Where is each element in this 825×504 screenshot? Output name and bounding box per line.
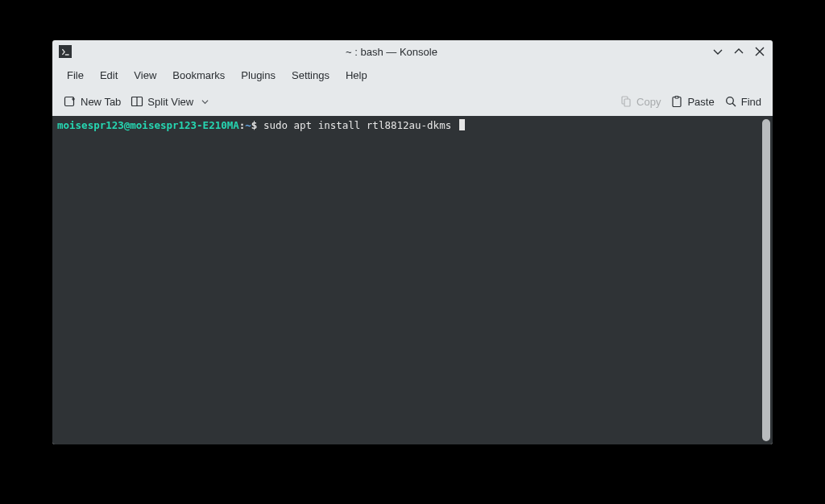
menu-settings[interactable]: Settings xyxy=(284,65,338,85)
chevron-down-icon xyxy=(201,98,209,105)
svg-rect-3 xyxy=(65,97,74,106)
new-tab-icon xyxy=(64,95,77,108)
prompt-symbol: $ xyxy=(251,119,258,131)
split-view-label: Split View xyxy=(147,96,193,108)
paste-label: Paste xyxy=(687,96,714,108)
close-button[interactable] xyxy=(753,45,766,58)
menubar: File Edit View Bookmarks Plugins Setting… xyxy=(52,63,773,87)
prompt-user-host: moisespr123@moisespr123-E210MA xyxy=(57,119,239,131)
prompt-path: ~ xyxy=(245,119,251,131)
titlebar[interactable]: ~ : bash — Konsole xyxy=(52,40,773,63)
paste-button[interactable]: Paste xyxy=(665,92,719,111)
split-view-icon xyxy=(131,95,143,108)
terminal[interactable]: moisespr123@moisespr123-E210MA:~$ sudo a… xyxy=(52,116,762,444)
svg-rect-9 xyxy=(624,99,630,106)
svg-point-12 xyxy=(726,97,733,105)
window-controls xyxy=(711,45,766,58)
scrollbar[interactable] xyxy=(762,119,770,441)
find-button[interactable]: Find xyxy=(719,92,766,111)
terminal-pane: moisespr123@moisespr123-E210MA:~$ sudo a… xyxy=(52,116,773,444)
maximize-button[interactable] xyxy=(732,45,745,58)
menu-plugins[interactable]: Plugins xyxy=(233,65,284,85)
menu-file[interactable]: File xyxy=(59,65,92,85)
menu-edit[interactable]: Edit xyxy=(92,65,126,85)
split-view-button[interactable]: Split View xyxy=(126,92,214,111)
find-label: Find xyxy=(741,96,761,108)
toolbar: New Tab Split View Copy Paste xyxy=(52,87,773,116)
search-icon xyxy=(724,95,737,108)
copy-icon xyxy=(620,95,632,108)
menu-view[interactable]: View xyxy=(126,65,164,85)
new-tab-label: New Tab xyxy=(81,96,121,108)
svg-rect-11 xyxy=(675,97,678,99)
menu-help[interactable]: Help xyxy=(338,65,375,85)
svg-line-13 xyxy=(732,103,736,106)
menu-bookmarks[interactable]: Bookmarks xyxy=(164,65,233,85)
window-title: ~ : bash — Konsole xyxy=(72,46,711,58)
paste-icon xyxy=(670,95,683,108)
copy-label: Copy xyxy=(636,96,661,108)
minimize-button[interactable] xyxy=(711,45,724,58)
new-tab-button[interactable]: New Tab xyxy=(59,92,126,111)
konsole-window: ~ : bash — Konsole File Edit View Bookma… xyxy=(52,40,773,444)
command-text: sudo apt install rtl8812au-dkms xyxy=(263,119,451,131)
cursor xyxy=(459,119,465,130)
app-icon xyxy=(59,45,72,58)
copy-button: Copy xyxy=(615,92,665,111)
